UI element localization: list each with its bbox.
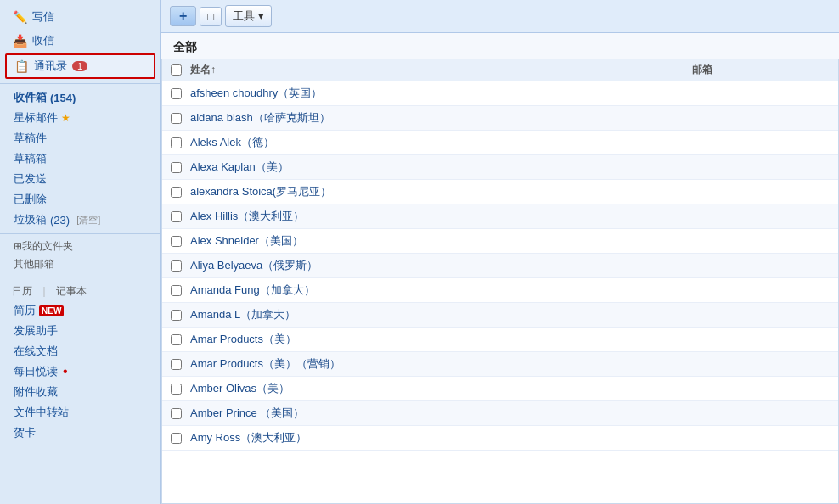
sidebar: ✏️ 写信 📥 收信 📋 通讯录 1 收件箱 (154) 星标邮件 ★ 草稿件 … (0, 0, 161, 504)
row-checkbox[interactable] (171, 408, 182, 419)
contacts-label: 通讯录 (34, 59, 67, 74)
contacts-badge: 1 (72, 61, 87, 71)
starred-label: 星标邮件 (14, 110, 58, 126)
other-mail-label: 其他邮箱 (14, 258, 54, 270)
tools-button[interactable]: 工具 ▾ (225, 5, 272, 27)
file-transfer-label: 文件中转站 (14, 405, 69, 420)
daily-read-label: 每日悦读 (14, 364, 58, 379)
table-row: Amar Products（美）（营销） (162, 352, 838, 377)
drafts-box-label: 草稿箱 (14, 151, 47, 166)
select-all-checkbox[interactable] (171, 64, 182, 76)
sidebar-item-other-mail[interactable]: 其他邮箱 (0, 255, 160, 273)
row-checkbox[interactable] (171, 285, 182, 296)
sidebar-item-sent[interactable]: 已发送 (0, 169, 160, 189)
row-checkbox[interactable] (171, 359, 182, 370)
plus-icon: + (179, 8, 187, 24)
attachments-label: 附件收藏 (14, 384, 58, 400)
row-checkbox[interactable] (171, 88, 182, 99)
row-checkbox[interactable] (171, 334, 182, 345)
my-folders-label: ⊞我的文件夹 (14, 240, 73, 252)
sent-label: 已发送 (14, 171, 47, 187)
resume-label: 简历 (14, 303, 36, 318)
contact-name: Amar Products（美）（营销） (190, 356, 575, 372)
sidebar-item-spam[interactable]: 垃圾箱 (23) [清空] (0, 210, 160, 230)
row-checkbox[interactable] (171, 236, 182, 247)
row-checkbox[interactable] (171, 187, 182, 198)
contact-name: Amber Olivas（美） (190, 381, 575, 396)
contact-name: Amanda Fung（加拿大） (190, 283, 575, 298)
add-button[interactable]: + (170, 6, 196, 26)
docs-label: 在线文档 (14, 344, 58, 359)
inbox-folder-label: 收件箱 (14, 90, 47, 105)
divider-3 (0, 277, 160, 277)
sidebar-item-inbox[interactable]: 📥 收信 (0, 29, 160, 53)
row-checkbox[interactable] (171, 137, 182, 148)
contact-name: Alex Shneider（美国） (190, 233, 575, 249)
col-header-name[interactable]: 姓名↑ (190, 63, 575, 77)
contact-name: aidana blash（哈萨克斯坦） (190, 110, 575, 126)
spam-label: 垃圾箱 (14, 212, 47, 227)
table-row: Amber Prince （美国） (162, 401, 838, 426)
spam-clear[interactable]: [清空] (76, 214, 100, 227)
compose-icon: ✏️ (12, 9, 27, 25)
spam-count: (23) (50, 214, 70, 227)
sidebar-item-card[interactable]: 贺卡 (0, 423, 160, 443)
sidebar-item-docs[interactable]: 在线文档 (0, 341, 160, 361)
section-title-text: 全部 (173, 40, 197, 53)
row-checkbox[interactable] (171, 113, 182, 124)
row-checkbox[interactable] (171, 384, 182, 395)
table-row: Aliya Belyaeva（俄罗斯） (162, 254, 838, 278)
row-checkbox[interactable] (171, 162, 182, 173)
card-label: 贺卡 (14, 425, 36, 440)
sidebar-item-attachments[interactable]: 附件收藏 (0, 382, 160, 402)
sidebar-item-daily-read[interactable]: 每日悦读 • (0, 361, 160, 382)
col-header-email: 邮箱 (575, 63, 830, 77)
notes-label: 记事本 (56, 284, 87, 299)
resume-new-badge: NEW (39, 305, 64, 316)
sidebar-item-resume[interactable]: 简历 NEW (0, 300, 160, 321)
sidebar-cal-notes[interactable]: 日历 ｜ 记事本 (0, 281, 160, 300)
inbox-label: 收信 (32, 33, 54, 48)
inbox-count: (154) (50, 92, 76, 104)
deleted-label: 已删除 (14, 192, 47, 207)
contact-table-header: 姓名↑ 邮箱 (162, 59, 838, 81)
table-row: alexandra Stoica(罗马尼亚） (162, 180, 838, 204)
table-row: Alexa Kaplan（美） (162, 155, 838, 180)
sidebar-item-deleted[interactable]: 已删除 (0, 189, 160, 210)
sidebar-item-my-folders[interactable]: ⊞我的文件夹 (0, 238, 160, 255)
square-icon: □ (207, 10, 214, 23)
table-row: Amanda Fung（加拿大） (162, 278, 838, 303)
table-row: Alex Shneider（美国） (162, 229, 838, 254)
square-button[interactable]: □ (200, 7, 222, 26)
contact-rows-container: afsheen choudhry（英国） aidana blash（哈萨克斯坦）… (162, 81, 838, 451)
row-checkbox[interactable] (171, 211, 182, 222)
row-checkbox[interactable] (171, 310, 182, 321)
table-row: aidana blash（哈萨克斯坦） (162, 106, 838, 131)
compose-label: 写信 (32, 9, 54, 25)
sidebar-item-starred[interactable]: 星标邮件 ★ (0, 108, 160, 128)
contact-name: Aliya Belyaeva（俄罗斯） (190, 258, 575, 273)
sidebar-item-contacts[interactable]: 📋 通讯录 1 (5, 53, 155, 79)
drafts-label: 草稿件 (14, 131, 47, 146)
calendar-label: 日历 (12, 284, 32, 299)
row-checkbox[interactable] (171, 433, 182, 444)
main-content: + □ 工具 ▾ 全部 姓名↑ 邮箱 afsheen choudhry（英国） … (161, 0, 839, 504)
star-icon: ★ (61, 112, 70, 124)
sidebar-item-drafts[interactable]: 草稿件 (0, 128, 160, 148)
table-row: Amber Olivas（美） (162, 377, 838, 401)
contact-name: Amanda L（加拿大） (190, 307, 575, 322)
sidebar-item-compose[interactable]: ✏️ 写信 (0, 5, 160, 29)
table-row: Alex Hillis（澳大利亚） (162, 204, 838, 229)
sidebar-item-career[interactable]: 发展助手 (0, 321, 160, 341)
separator: ｜ (39, 284, 49, 299)
sidebar-item-file-transfer[interactable]: 文件中转站 (0, 402, 160, 423)
table-row: afsheen choudhry（英国） (162, 81, 838, 106)
row-checkbox[interactable] (171, 260, 182, 272)
sidebar-item-inbox-folder[interactable]: 收件箱 (154) (0, 87, 160, 108)
contact-name: afsheen choudhry（英国） (190, 86, 575, 101)
contact-name: Alex Hillis（澳大利亚） (190, 209, 575, 224)
contact-name: Aleks Alek（德） (190, 135, 575, 150)
divider-2 (0, 233, 160, 234)
contact-name: Alexa Kaplan（美） (190, 160, 575, 175)
sidebar-item-drafts-box[interactable]: 草稿箱 (0, 148, 160, 169)
